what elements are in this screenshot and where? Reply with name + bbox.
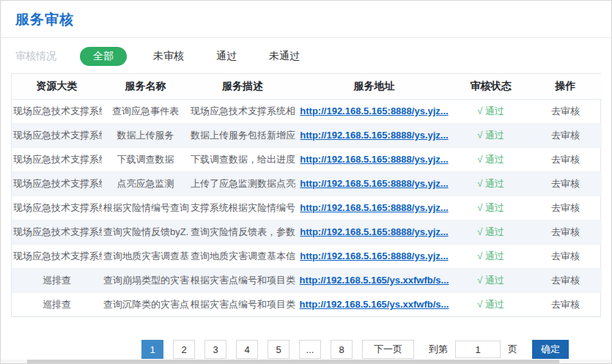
go-audit-button[interactable]: 去审核: [551, 250, 580, 261]
service-url-link[interactable]: http://192.168.5.165:8888/ys.yjz...: [300, 250, 448, 261]
services-table: 资源大类 服务名称 服务描述 服务地址 审核状态 操作 现场应急技术支撑系统 查…: [11, 73, 601, 317]
cell-description: 现场应急技术支撑系统相...: [189, 99, 296, 123]
table-row: 巡排查 查询崩塌类型的灾害... 根据灾害点编号和项目类... http://1…: [12, 268, 602, 292]
service-url-link[interactable]: http://192.168.5.165:8888/ys.yjz...: [300, 178, 448, 189]
filter-tab-all[interactable]: 全部: [80, 47, 127, 66]
cell-name: 查询灾险情反馈byZ...: [102, 220, 189, 244]
status-badge: √ 通过: [477, 178, 504, 189]
filter-tab-failed[interactable]: 未通过: [269, 47, 300, 66]
page-button-2[interactable]: 2: [173, 340, 195, 359]
column-header-description: 服务描述: [189, 74, 296, 99]
cell-description: 支撑系统根据灾险情编号...: [189, 196, 296, 220]
column-header-url: 服务地址: [296, 74, 452, 99]
cell-name: 查询应急事件表: [102, 99, 189, 123]
table-body: 现场应急技术支撑系统 查询应急事件表 现场应急技术支撑系统相... http:/…: [12, 99, 602, 316]
table-row: 现场应急技术支撑系统 查询灾险情反馈byZ... 查询灾险情反馈表，参数... …: [12, 220, 602, 244]
cell-name: 根据灾险情编号查询...: [102, 196, 189, 220]
status-badge: √ 通过: [477, 299, 504, 310]
cell-description: 根据灾害点编号和项目类...: [189, 292, 296, 316]
page-buttons-container: 12345...8: [141, 340, 362, 359]
cell-category: 现场应急技术支撑系统: [12, 244, 102, 268]
cell-name: 查询沉降类的灾害点...: [102, 292, 189, 316]
status-badge: √ 通过: [477, 130, 504, 141]
page-button-8[interactable]: 8: [331, 340, 353, 359]
horizontal-scrollbar-track[interactable]: [1, 360, 611, 363]
cell-name: 查询崩塌类型的灾害...: [102, 268, 189, 292]
go-audit-button[interactable]: 去审核: [551, 275, 580, 286]
cell-category: 巡排查: [12, 292, 102, 316]
page-button-1[interactable]: 1: [141, 340, 163, 359]
cell-name: 数据上传服务: [102, 123, 189, 147]
cell-category: 现场应急技术支撑系统: [12, 171, 102, 196]
status-badge: √ 通过: [477, 202, 504, 213]
cell-description: 下载调查数据，给出进度...: [189, 147, 296, 171]
table-row: 现场应急技术支撑系统 查询地质灾害调查基... 查询地质灾害调查基本信... h…: [12, 244, 602, 268]
cell-category: 现场应急技术支撑系统: [12, 147, 102, 171]
page-button-3[interactable]: 3: [204, 340, 226, 359]
table-row: 现场应急技术支撑系统 下载调查数据 下载调查数据，给出进度... http://…: [12, 147, 602, 171]
service-url-link[interactable]: http://192.168.5.165:8888/ys.yjz...: [300, 154, 448, 165]
confirm-button[interactable]: 确定: [532, 340, 569, 359]
cell-category: 现场应急技术支撑系统: [12, 123, 102, 147]
horizontal-scrollbar-thumb[interactable]: [27, 360, 559, 363]
service-url-link[interactable]: http://192.168.5.165:8888/ys.yjz...: [300, 202, 448, 213]
service-url-link[interactable]: http://192.168.5.165/ys.xxfwfb/s...: [300, 275, 449, 286]
status-badge: √ 通过: [477, 275, 504, 286]
page-button-4[interactable]: 4: [236, 340, 258, 359]
cell-category: 现场应急技术支撑系统: [12, 196, 102, 220]
status-badge: √ 通过: [477, 226, 504, 237]
column-header-action: 操作: [529, 74, 602, 99]
go-audit-button[interactable]: 去审核: [551, 202, 580, 213]
table-row: 现场应急技术支撑系统 根据灾险情编号查询... 支撑系统根据灾险情编号... h…: [12, 196, 602, 220]
cell-description: 查询地质灾害调查基本信...: [189, 244, 296, 268]
cell-description: 查询灾险情反馈表，参数...: [189, 220, 296, 244]
table-header: 资源大类 服务名称 服务描述 服务地址 审核状态 操作: [12, 74, 602, 99]
cell-description: 上传了应急监测数据点亮...: [189, 171, 296, 196]
service-url-link[interactable]: http://192.168.5.165:8888/ys.yjz...: [300, 130, 448, 141]
page-title: 服务审核: [1, 1, 611, 37]
cell-description: 根据灾害点编号和项目类...: [189, 268, 296, 292]
go-audit-button[interactable]: 去审核: [551, 299, 580, 310]
column-header-name: 服务名称: [102, 74, 189, 99]
service-audit-panel: 服务审核 审核情况 全部 未审核 通过 未通过 资源大类 服务名称 服务描述 服…: [0, 0, 612, 364]
jump-page-input[interactable]: [455, 341, 501, 358]
cell-category: 现场应急技术支撑系统: [12, 220, 102, 244]
jump-suffix-label: 页: [508, 343, 517, 356]
next-page-button[interactable]: 下一页: [362, 340, 414, 359]
table-row: 巡排查 查询沉降类的灾害点... 根据灾害点编号和项目类... http://1…: [12, 292, 602, 316]
cell-category: 巡排查: [12, 268, 102, 292]
filter-bar: 审核情况 全部 未审核 通过 未通过: [1, 38, 611, 73]
service-url-link[interactable]: http://192.168.5.165:8888/ys.yjz...: [300, 226, 448, 237]
status-badge: √ 通过: [477, 154, 504, 165]
filter-tab-passed[interactable]: 通过: [216, 47, 237, 66]
cell-name: 点亮应急监测: [102, 171, 189, 196]
table-row: 现场应急技术支撑系统 数据上传服务 数据上传服务包括新增应... http://…: [12, 123, 602, 147]
status-badge: √ 通过: [477, 105, 504, 116]
service-url-link[interactable]: http://192.168.5.165:8888/ys.yjz...: [300, 105, 448, 116]
pagination: 12345...8 下一页 到第 页 确定: [141, 340, 569, 359]
jump-prefix-label: 到第: [429, 343, 448, 356]
go-audit-button[interactable]: 去审核: [551, 226, 580, 237]
column-header-category: 资源大类: [12, 74, 102, 99]
table-row: 现场应急技术支撑系统 点亮应急监测 上传了应急监测数据点亮... http://…: [12, 171, 602, 196]
page-ellipsis-button[interactable]: ...: [299, 340, 321, 359]
go-audit-button[interactable]: 去审核: [551, 130, 580, 141]
cell-description: 数据上传服务包括新增应...: [189, 123, 296, 147]
filter-tab-unreviewed[interactable]: 未审核: [153, 47, 184, 66]
service-url-link[interactable]: http://192.168.5.165/ys.xxfwfb/s...: [300, 299, 449, 310]
column-header-status: 审核状态: [452, 74, 529, 99]
table-row: 现场应急技术支撑系统 查询应急事件表 现场应急技术支撑系统相... http:/…: [12, 99, 602, 123]
go-audit-button[interactable]: 去审核: [551, 178, 580, 189]
go-audit-button[interactable]: 去审核: [551, 154, 580, 165]
status-badge: √ 通过: [477, 250, 504, 261]
cell-name: 查询地质灾害调查基...: [102, 244, 189, 268]
cell-category: 现场应急技术支撑系统: [12, 99, 102, 123]
go-audit-button[interactable]: 去审核: [551, 105, 580, 116]
cell-name: 下载调查数据: [102, 147, 189, 171]
page-button-5[interactable]: 5: [268, 340, 290, 359]
filter-label: 审核情况: [15, 50, 56, 63]
